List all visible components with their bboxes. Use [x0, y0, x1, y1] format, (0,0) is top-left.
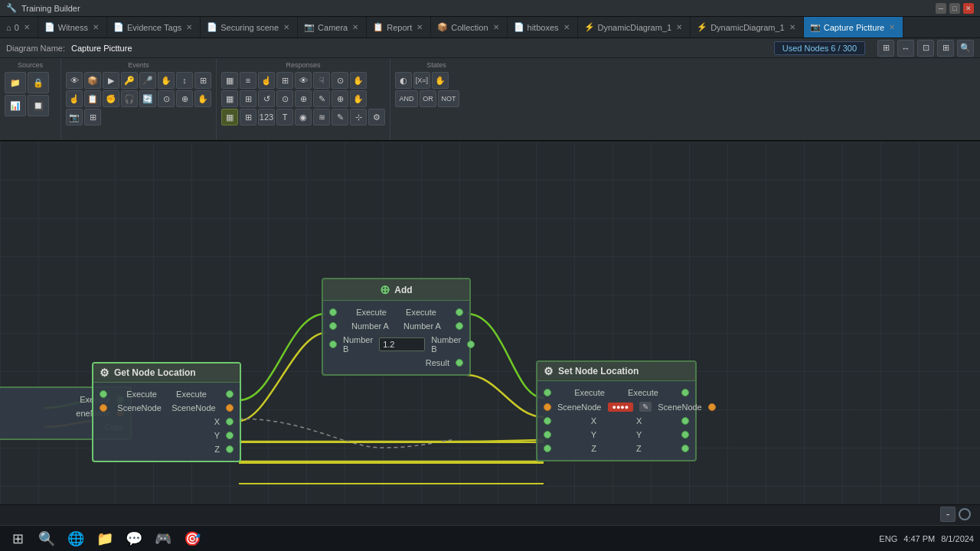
canvas[interactable]: Execute eneNode Copy ⚙ Get Node Location…: [0, 142, 980, 504]
resp-22[interactable]: ≋: [313, 109, 330, 126]
tab-close-camera[interactable]: ✕: [351, 22, 360, 32]
taskbar-app2-btn[interactable]: 🎯: [181, 527, 204, 550]
add-result-out[interactable]: [456, 359, 463, 367]
tab-close-report[interactable]: ✕: [415, 22, 424, 32]
tab-close-capture[interactable]: ✕: [887, 22, 897, 32]
set-exec-out[interactable]: [681, 389, 689, 396]
taskbar-chrome-btn[interactable]: 🌐: [64, 527, 87, 550]
resp-12[interactable]: ⊙: [276, 90, 293, 107]
get-x-port[interactable]: [226, 418, 234, 425]
evt-16[interactable]: ✋: [194, 90, 211, 107]
sources-btn-1[interactable]: 📁: [5, 72, 26, 93]
resp-14[interactable]: ✎: [313, 90, 330, 107]
evt-5[interactable]: 🎤: [139, 72, 156, 89]
set-y-in[interactable]: [544, 431, 551, 439]
taskbar-app1-btn[interactable]: 🎮: [152, 527, 175, 550]
resp-5[interactable]: 👁: [295, 72, 312, 89]
minimize-button[interactable]: ─: [936, 3, 946, 14]
close-button[interactable]: ✕: [963, 3, 974, 14]
resp-11[interactable]: ↺: [258, 90, 275, 107]
resp-4[interactable]: ⊞: [276, 72, 293, 89]
evt-14[interactable]: ⊙: [158, 90, 175, 107]
evt-11[interactable]: ✊: [103, 90, 119, 107]
evt-1[interactable]: 👁: [66, 72, 83, 89]
evt-6[interactable]: ✋: [158, 72, 175, 89]
evt-13[interactable]: 🔄: [139, 90, 156, 107]
set-x-in[interactable]: [544, 417, 551, 425]
resp-19[interactable]: 123: [258, 109, 275, 126]
tab-close-collection[interactable]: ✕: [492, 22, 501, 32]
tab-capture[interactable]: 📷 Capture Pictture ✕: [804, 17, 903, 38]
set-x-out[interactable]: [681, 417, 689, 425]
add-exec-in[interactable]: [329, 308, 337, 316]
state-3[interactable]: ✋: [432, 72, 449, 89]
zoom-out-btn[interactable]: -: [940, 507, 956, 522]
set-y-out[interactable]: [681, 431, 689, 439]
taskbar-start-btn[interactable]: ⊞: [6, 527, 29, 550]
set-z-out[interactable]: [681, 445, 689, 452]
evt-15[interactable]: ⊕: [176, 90, 193, 107]
tab-dynamic2[interactable]: ⚡ DynamicDiagram_1 ✕: [691, 17, 804, 38]
tab-close-dynamic1[interactable]: ✕: [675, 22, 684, 32]
add-numb-out[interactable]: [467, 341, 475, 348]
evt-10[interactable]: 📋: [84, 90, 101, 107]
resp-1[interactable]: ▦: [221, 72, 238, 89]
resp-15[interactable]: ⊕: [332, 90, 348, 107]
add-numb-in[interactable]: [329, 341, 337, 348]
tab-witness[interactable]: 📄 Witness ✕: [38, 17, 107, 38]
evt-9[interactable]: ☝: [66, 90, 83, 107]
set-exec-in[interactable]: [544, 389, 551, 396]
state-1[interactable]: ◐: [395, 72, 412, 89]
state-2[interactable]: [X=]: [413, 72, 430, 89]
evt-4[interactable]: 🔑: [121, 72, 138, 89]
tab-evidence[interactable]: 📄 Evidence Tags ✕: [107, 17, 201, 38]
resp-13[interactable]: ⊕: [295, 90, 312, 107]
resp-3[interactable]: ☝: [258, 72, 275, 89]
tab-close-home[interactable]: ✕: [22, 22, 31, 32]
sources-btn-3[interactable]: 📊: [5, 95, 26, 116]
evt-8[interactable]: ⊞: [194, 72, 211, 89]
resp-23[interactable]: ✎: [332, 109, 348, 126]
resp-17[interactable]: ▦: [221, 109, 238, 126]
evt-17[interactable]: 📷: [66, 109, 83, 126]
taskbar-files-btn[interactable]: 📁: [93, 527, 116, 550]
resp-25[interactable]: ⚙: [368, 109, 385, 126]
taskbar-discord-btn[interactable]: 💬: [122, 527, 145, 550]
tab-close-evidence[interactable]: ✕: [185, 22, 194, 32]
get-exec-in[interactable]: [100, 390, 107, 398]
tab-close-hitboxes[interactable]: ✕: [562, 22, 571, 32]
tab-home[interactable]: ⌂ 0 ✕: [0, 17, 38, 38]
resp-7[interactable]: ⊙: [332, 72, 348, 89]
resp-9[interactable]: ▦: [221, 90, 238, 107]
set-z-in[interactable]: [544, 445, 551, 452]
resp-24[interactable]: ⊹: [350, 109, 367, 126]
state-not[interactable]: NOT: [438, 90, 459, 107]
tab-hitboxes[interactable]: 📄 hitboxes ✕: [508, 17, 578, 38]
get-scene-in[interactable]: [100, 404, 107, 412]
get-scene-out[interactable]: [226, 404, 234, 412]
add-numa-out[interactable]: [456, 322, 463, 330]
set-scene-edit-btn[interactable]: ✎: [639, 402, 652, 412]
resp-21[interactable]: ◉: [295, 109, 312, 126]
sources-btn-4[interactable]: 🔲: [28, 95, 49, 116]
tab-close-securing[interactable]: ✕: [282, 22, 291, 32]
resp-10[interactable]: ⊞: [240, 90, 256, 107]
resp-20[interactable]: T: [276, 109, 293, 126]
tab-collection[interactable]: 📦 Collection ✕: [431, 17, 507, 38]
set-scene-out[interactable]: [708, 403, 716, 411]
evt-2[interactable]: 📦: [84, 72, 101, 89]
resp-2[interactable]: ≡: [240, 72, 256, 89]
toolbar-search[interactable]: 🔍: [957, 40, 974, 57]
resp-6[interactable]: ☟: [313, 72, 330, 89]
resp-16[interactable]: ✋: [350, 90, 367, 107]
toolbar-action-4[interactable]: ⊞: [937, 40, 954, 57]
tab-securing[interactable]: 📄 Securing scene ✕: [201, 17, 298, 38]
evt-7[interactable]: ↕: [176, 72, 193, 89]
add-numa-in[interactable]: [329, 322, 337, 330]
add-numb-input[interactable]: [379, 337, 425, 351]
tab-report[interactable]: 📋 Report ✕: [367, 17, 431, 38]
state-and[interactable]: AND: [395, 90, 418, 107]
state-or[interactable]: OR: [420, 90, 436, 107]
resp-18[interactable]: ⊞: [240, 109, 256, 126]
taskbar-search-btn[interactable]: 🔍: [35, 527, 58, 550]
